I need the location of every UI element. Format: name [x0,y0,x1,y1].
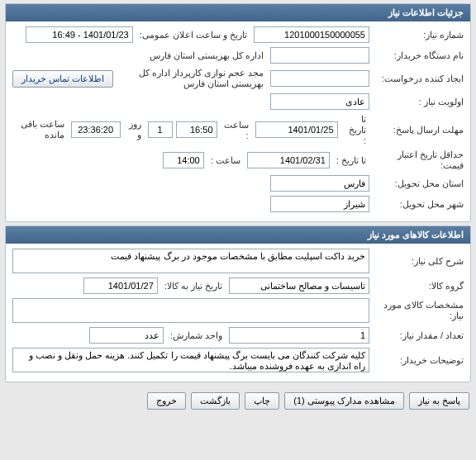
buyer-contact-button[interactable]: اطلاعات تماس خریدار [12,70,113,88]
summary-field[interactable]: خرید داکت اسپلیت مطابق با مشخصات موجود د… [12,249,369,273]
spec-field[interactable] [12,298,369,323]
to-date-label-1: تا تاریخ : [341,114,369,145]
province-label: استان محل تحویل: [373,178,464,189]
remaining-label: ساعت باقی مانده [12,119,68,140]
items-header: اطلاعات کالاهای مورد نیاز [6,226,470,244]
city-label: شهر محل تحویل: [373,199,464,210]
items-panel: اطلاعات کالاهای مورد نیاز شرح کلی نیاز: … [5,225,471,382]
footer-toolbar: پاسخ به نیاز مشاهده مدارک پیوستی (1) چاپ… [0,386,476,416]
province-field[interactable] [270,175,369,192]
need-details-panel: جزئیات اطلاعات نیاز شماره نیاز: تاریخ و … [5,3,471,222]
items-body: شرح کلی نیاز: خرید داکت اسپلیت مطابق با … [6,244,470,382]
need-number-label: شماره نیاز: [373,30,464,40]
announce-field[interactable] [26,26,133,43]
need-details-header: جزئیات اطلاعات نیاز [6,4,470,21]
summary-label: شرح کلی نیاز: [373,256,464,267]
qty-field[interactable] [229,327,369,344]
buyer-code-field[interactable] [270,47,369,64]
time-label-2: ساعت : [207,155,244,166]
min-validity-label: حداقل تاریخ اعتبار قیمت: [373,149,464,171]
city-field[interactable] [270,196,369,212]
buyer-label: نام دستگاه خریدار: [373,50,464,61]
days-count-field[interactable] [148,121,173,138]
buyer-notes-field[interactable]: کلیه شرکت کنندگان می بایست برگ پیشنهاد ق… [12,348,369,372]
to-date-label-2: تا تاریخ : [333,155,369,166]
countdown-field [71,121,121,138]
respond-button[interactable]: پاسخ به نیاز [409,392,469,410]
buyer-name: اداره کل بهزیستی استان فارس [12,50,267,61]
attachments-button[interactable]: مشاهده مدارک پیوستی (1) [284,392,404,410]
need-number-field[interactable] [254,26,369,43]
qty-label: تعداد / مقدار نیاز: [373,330,464,341]
reply-time-field[interactable] [176,121,217,138]
creator-code-field[interactable] [270,70,369,87]
spec-label: مشخصات کالای مورد نیاز: [373,300,464,321]
print-button[interactable]: چاپ [245,392,279,410]
priority-label: اولویت نیاز : [373,97,464,107]
days-and-label: روز و [124,119,145,140]
group-label: گروه کالا: [373,281,464,292]
item-need-date-label: تاریخ نیاز به کالا: [161,281,226,292]
back-button[interactable]: بازگشت [191,392,240,410]
validity-time-field[interactable] [163,152,204,168]
creator-label: ایجاد کننده درخواست: [373,74,464,84]
priority-field[interactable] [270,93,369,110]
buyer-notes-label: توضیحات خریدار: [373,355,464,366]
group-field[interactable] [229,277,369,294]
need-details-body: شماره نیاز: تاریخ و ساعت اعلان عمومی: نا… [6,21,470,221]
unit-label: واحد شمارش: [167,330,226,341]
reply-deadline-label: مهلت ارسال پاسخ: [373,125,464,135]
reply-date-field[interactable] [255,121,338,138]
validity-date-field[interactable] [247,152,330,168]
item-need-date-field[interactable] [83,277,158,294]
announce-label: تاریخ و ساعت اعلان عمومی: [136,30,250,40]
creator-name: مجد عجم نوازی کارپرداز اداره کل بهزیستی … [117,68,267,89]
time-label-1: ساعت : [221,120,252,140]
unit-field[interactable] [89,327,164,344]
exit-button[interactable]: خروج [147,392,186,410]
